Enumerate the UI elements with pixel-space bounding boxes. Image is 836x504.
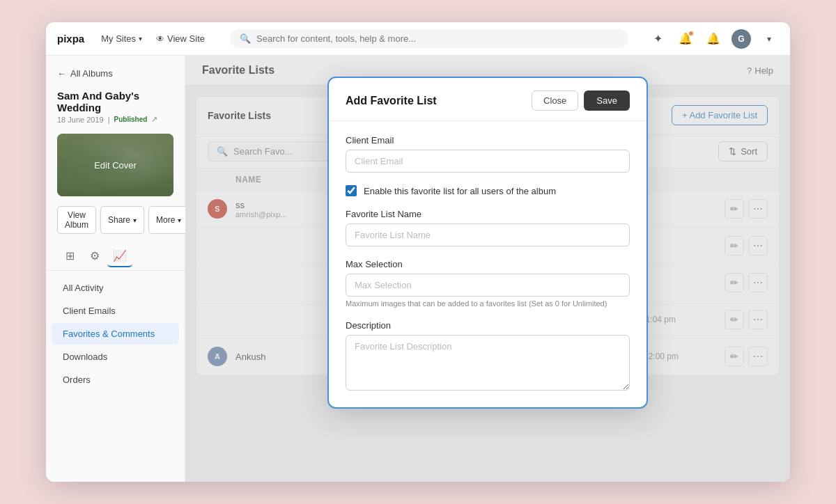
sidebar-buttons: View Album Share More [46, 200, 185, 239]
notification-icon[interactable]: 🔔 [676, 29, 695, 49]
notification-badge [688, 31, 694, 36]
sidebar-icon-tabs: ⊞ ⚙ 📈 [46, 239, 185, 271]
add-favorite-list-modal: Add Favorite List Close Save Client Emai… [327, 77, 648, 409]
search-icon: 🔍 [240, 33, 251, 44]
back-link[interactable]: ← All Albums [46, 64, 185, 83]
enable-all-users-label: Enable this favorite list for all users … [364, 186, 556, 196]
client-email-label: Client Email [346, 135, 630, 145]
modal-save-button[interactable]: Save [584, 90, 630, 111]
album-cover[interactable]: Edit Cover [57, 134, 173, 196]
main-area: ← All Albums Sam And Gaby's Wedding 18 J… [46, 56, 790, 482]
topbar-nav: My Sites 👁 View Site [95, 31, 210, 47]
external-link-icon: ↗ [151, 115, 157, 124]
sun-icon[interactable]: ✦ [648, 29, 667, 49]
topbar: pixpa My Sites 👁 View Site 🔍 ✦ 🔔 🔔 G ▾ [46, 22, 790, 56]
sidebar-item-downloads[interactable]: Downloads [52, 346, 179, 368]
enable-all-users-checkbox[interactable] [346, 185, 357, 196]
description-group: Description [346, 320, 630, 393]
view-site-nav[interactable]: 👁 View Site [150, 31, 210, 47]
topbar-actions: ✦ 🔔 🔔 G ▾ [648, 29, 779, 49]
sidebar-item-orders[interactable]: Orders [52, 369, 179, 391]
sidebar-item-favorites-comments[interactable]: Favorites & Comments [52, 323, 179, 345]
tab-photos-icon[interactable]: ⊞ [57, 245, 82, 267]
share-button[interactable]: Share [100, 206, 144, 234]
sidebar-item-all-activity[interactable]: All Activity [52, 277, 179, 299]
max-selection-group: Max Selection Maximum images that can be… [346, 259, 630, 308]
modal-title: Add Favorite List [346, 95, 437, 107]
sidebar-item-client-emails[interactable]: Client Emails [52, 300, 179, 322]
modal-header: Add Favorite List Close Save [329, 78, 647, 121]
modal-overlay: Add Favorite List Close Save Client Emai… [185, 56, 790, 482]
max-selection-hint: Maximum images that can be added to a fa… [346, 299, 630, 308]
edit-cover-overlay: Edit Cover [57, 134, 173, 196]
logo: pixpa [57, 33, 84, 45]
view-album-button[interactable]: View Album [57, 206, 96, 234]
max-selection-label: Max Selection [346, 259, 630, 269]
enable-all-users-row: Enable this favorite list for all users … [346, 185, 630, 196]
back-arrow-icon: ← [57, 68, 66, 79]
search-bar[interactable]: 🔍 [230, 29, 628, 48]
search-input[interactable] [256, 33, 619, 44]
favorite-list-name-input[interactable] [346, 223, 630, 246]
album-title: Sam And Gaby's Wedding [46, 87, 185, 115]
modal-body: Client Email Enable this favorite list f… [329, 121, 647, 407]
eye-icon: 👁 [156, 34, 164, 44]
album-meta: 18 June 2019 | Published ↗ [46, 115, 185, 129]
max-selection-input[interactable] [346, 274, 630, 297]
modal-header-buttons: Close Save [532, 90, 630, 111]
edit-cover-label: Edit Cover [94, 160, 137, 171]
modal-close-button[interactable]: Close [532, 90, 578, 111]
sidebar: ← All Albums Sam And Gaby's Wedding 18 J… [46, 56, 185, 482]
published-badge: Published [114, 116, 148, 123]
description-input[interactable] [346, 335, 630, 391]
tab-settings-icon[interactable]: ⚙ [82, 245, 107, 267]
content: Favorite Lists ? Help Favorite Lists + A… [185, 56, 790, 482]
favorite-list-name-label: Favorite List Name [346, 209, 630, 219]
more-button[interactable]: More [148, 206, 189, 234]
my-sites-nav[interactable]: My Sites [95, 31, 148, 47]
chevron-down-icon[interactable]: ▾ [759, 29, 779, 49]
bell-icon[interactable]: 🔔 [704, 29, 723, 49]
favorite-list-name-group: Favorite List Name [346, 209, 630, 246]
client-email-group: Client Email [346, 135, 630, 173]
tab-activity-icon[interactable]: 📈 [107, 245, 132, 267]
client-email-input[interactable] [346, 150, 630, 173]
avatar[interactable]: G [732, 29, 751, 49]
description-label: Description [346, 320, 630, 331]
